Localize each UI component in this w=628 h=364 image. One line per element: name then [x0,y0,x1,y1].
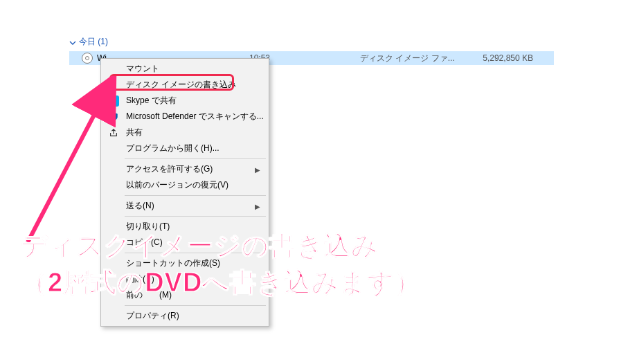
annotation-text-line1: ディスクイメージの書き込み [21,228,379,264]
file-size: 5,292,850 KB [464,53,533,63]
menu-grant-access[interactable]: アクセスを許可する(G) ▶ [102,161,267,177]
menu-properties[interactable]: プロパティ(R) [102,308,267,324]
group-header-today[interactable]: 今日 (1) [69,36,108,48]
menu-separator [125,158,266,159]
menu-mount[interactable]: マウント [102,61,267,77]
chevron-down-icon [69,39,76,46]
menu-share[interactable]: 共有 [102,125,267,140]
annotation-text-line2: （2層式のDVDへ書き込みます） [21,265,422,300]
menu-separator [125,305,266,306]
menu-skype-share[interactable]: S Skype で共有 [102,93,267,109]
menu-separator [125,216,266,217]
defender-shield-icon [108,111,119,122]
menu-open-with[interactable]: プログラムから開く(H)... [102,140,267,156]
share-icon [108,127,119,138]
submenu-arrow-icon: ▶ [255,202,260,210]
menu-send-to[interactable]: 送る(N) ▶ [102,198,267,214]
menu-defender-scan[interactable]: Microsoft Defender でスキャンする... [102,109,267,125]
menu-burn-disc-image[interactable]: ディスク イメージの書き込み [102,77,267,93]
disc-image-icon [82,53,93,64]
group-label: 今日 (1) [79,36,108,48]
svg-line-0 [28,83,111,242]
submenu-arrow-icon: ▶ [255,165,260,173]
menu-restore-previous-versions[interactable]: 以前のバージョンの復元(V) [102,177,267,193]
menu-separator [125,195,266,196]
skype-icon: S [108,95,119,107]
file-type: ディスク イメージ ファ... [360,53,464,64]
